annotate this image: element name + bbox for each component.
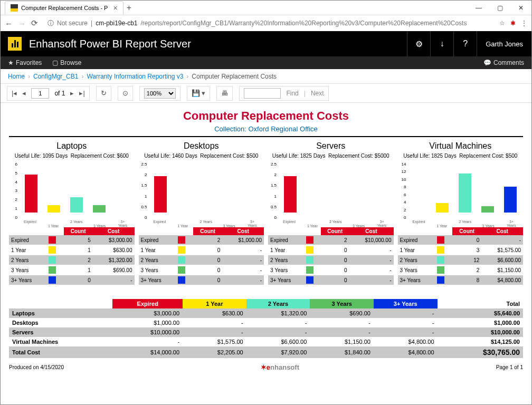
browser-tab[interactable]: Computer Replacement Costs - P × xyxy=(5,1,124,15)
bar xyxy=(48,205,60,213)
extension-icon[interactable]: ✱ xyxy=(510,20,516,27)
settings-button[interactable]: ⚙ xyxy=(407,31,430,56)
sub-header: ★ Favorites ▢ Browse 💬Comments xyxy=(1,56,531,69)
page-indicator: Page 1 of 1 xyxy=(496,364,523,370)
bar xyxy=(504,187,517,213)
app-title: Enhansoft Power BI Report Server xyxy=(29,38,191,50)
bar-chart: 2.521.510.50 Expired1 Year2 Years3 Years… xyxy=(139,162,264,220)
panel-subtitle: Useful Life: 1095 Days Replacement Cost:… xyxy=(9,153,135,159)
last-page-button[interactable]: ▸| xyxy=(79,89,84,97)
divider xyxy=(9,136,523,137)
panel-title: Desktops xyxy=(139,141,264,151)
brand-logo: ✶enhansoft xyxy=(261,363,299,371)
panel-desktops: Desktops Useful Life: 1460 Days Replacem… xyxy=(139,141,264,285)
report-toolbar: |◂ ◂ of 1 ▸ ▸| ↻ ⊙ 100% 💾 ▾ 🖶 Find | Nex… xyxy=(1,84,531,103)
browser-titlebar: Computer Replacement Costs - P × + — ▢ ✕ xyxy=(1,1,531,15)
panel-table: CountCost Expired2$1,000.001 Year0-2 Yea… xyxy=(139,227,264,285)
browse-icon: ▢ xyxy=(52,59,58,66)
page-number-input[interactable] xyxy=(31,88,49,99)
bar xyxy=(459,173,471,213)
crumb-home[interactable]: Home xyxy=(8,73,25,80)
app-header: Enhansoft Power BI Report Server ⚙ ↓ ? G… xyxy=(1,31,531,56)
first-page-button[interactable]: |◂ xyxy=(12,89,17,97)
breadcrumb: Home› ConfigMgr_CB1› Warranty Informatio… xyxy=(1,69,531,84)
next-page-button[interactable]: ▸ xyxy=(70,89,74,97)
new-tab-button[interactable]: + xyxy=(127,3,131,13)
search-input[interactable] xyxy=(244,88,281,99)
panel-table: CountCost Expired5$3,000.001 Year1$630.0… xyxy=(9,227,135,285)
next-find-button[interactable]: Next xyxy=(311,90,324,97)
window-controls: — ▢ ✕ xyxy=(468,4,531,12)
refresh-report-button[interactable]: ↻ xyxy=(101,89,107,97)
bar-chart: 6543210 Expired1 Year2 Years3 Years3+ Ye… xyxy=(9,162,135,220)
address-bar: ← → ⟳ ⓘ Not secure | cm-pbi19e-cb1/repor… xyxy=(1,15,531,31)
bar xyxy=(436,203,449,213)
crumb-1[interactable]: ConfigMgr_CB1 xyxy=(33,73,78,80)
help-button[interactable]: ? xyxy=(453,31,477,56)
user-menu[interactable]: Garth Jones xyxy=(477,31,531,56)
close-window-button[interactable]: ✕ xyxy=(510,4,531,12)
page-of-label: of 1 xyxy=(54,90,65,97)
report-subtitle: Collection: Oxford Regional Office xyxy=(9,125,523,133)
browse-link[interactable]: Browse xyxy=(60,59,81,66)
favorites-link[interactable]: Favorites xyxy=(16,59,42,66)
comments-icon: 💬 xyxy=(483,59,491,66)
panel-virtual-machines: Virtual Machines Useful Life: 1825 Days … xyxy=(398,141,524,285)
reload-button[interactable]: ⟳ xyxy=(31,18,38,28)
report-title: Computer Replacement Costs xyxy=(9,109,523,123)
panel-title: Servers xyxy=(268,141,394,151)
report-body: Computer Replacement Costs Collection: O… xyxy=(1,103,531,375)
forward-button[interactable]: → xyxy=(18,19,26,28)
panel-subtitle: Useful Life: 1825 Days Replacement Cost:… xyxy=(398,153,524,159)
print-button[interactable]: 🖶 xyxy=(221,89,228,97)
bar xyxy=(481,206,494,213)
panel-servers: Servers Useful Life: 1825 Days Replaceme… xyxy=(268,141,394,285)
insecure-icon: ⓘ xyxy=(48,19,54,28)
bar xyxy=(154,176,167,213)
bookmark-icon[interactable]: ☆ xyxy=(499,20,505,27)
powerbi-logo-icon xyxy=(8,37,22,51)
save-button[interactable]: 💾 ▾ xyxy=(192,89,206,97)
url-field[interactable]: ⓘ Not secure | cm-pbi19e-cb1/reports/rep… xyxy=(43,19,494,28)
bar xyxy=(284,176,297,213)
bar xyxy=(25,175,37,213)
favorites-star-icon: ★ xyxy=(8,59,14,66)
panel-table: CountCost Expired0-1 Year3$1,575.002 Yea… xyxy=(398,227,524,285)
close-tab-icon[interactable]: × xyxy=(113,4,117,12)
crumb-2[interactable]: Warranty Information Reporting v3 xyxy=(87,73,183,80)
menu-icon[interactable]: ⋮ xyxy=(521,20,527,27)
panel-subtitle: Useful Life: 1460 Days Replacement Cost:… xyxy=(139,153,264,159)
bar xyxy=(70,197,83,213)
bar-chart: 14121086420 Expired1 Year2 Years3 Years3… xyxy=(398,162,524,220)
download-button[interactable]: ↓ xyxy=(430,31,453,56)
report-footer: Produced on 4/15/2020 ✶enhansoft Page 1 … xyxy=(9,363,523,371)
maximize-button[interactable]: ▢ xyxy=(489,4,510,12)
back-to-parent-button[interactable]: ⊙ xyxy=(122,89,128,97)
comments-link[interactable]: 💬Comments xyxy=(483,59,524,66)
panel-laptops: Laptops Useful Life: 1095 Days Replaceme… xyxy=(9,141,135,285)
summary-table: Expired1 Year2 Years3 Years3+ YearsTotal… xyxy=(9,299,523,358)
insecure-label: Not secure xyxy=(57,20,88,27)
powerbi-icon xyxy=(11,4,18,12)
produced-date: Produced on 4/15/2020 xyxy=(9,364,64,370)
zoom-select[interactable]: 100% xyxy=(144,88,176,99)
panel-subtitle: Useful Life: 1825 Days Replacement Cost:… xyxy=(268,153,394,159)
panel-table: CountCost Expired2$10,000.001 Year0-2 Ye… xyxy=(268,227,394,285)
bar xyxy=(93,205,106,213)
back-button[interactable]: ← xyxy=(5,19,13,28)
crumb-current: Computer Replacement Costs xyxy=(192,73,277,80)
bar-chart: 2.521.510.50 Expired1 Year2 Years3 Years… xyxy=(268,162,394,220)
panel-row: Laptops Useful Life: 1095 Days Replaceme… xyxy=(9,141,523,285)
tab-title: Computer Replacement Costs - P xyxy=(21,5,108,11)
url-host: cm-pbi19e-cb1 xyxy=(96,20,137,27)
minimize-button[interactable]: — xyxy=(468,4,489,12)
prev-page-button[interactable]: ◂ xyxy=(22,89,26,97)
find-button[interactable]: Find xyxy=(286,90,298,97)
panel-title: Laptops xyxy=(9,141,135,151)
url-path: /reports/report/ConfigMgr_CB1/Warranty%2… xyxy=(141,20,467,27)
panel-title: Virtual Machines xyxy=(398,141,524,151)
report-viewport[interactable]: Computer Replacement Costs Collection: O… xyxy=(1,103,531,404)
